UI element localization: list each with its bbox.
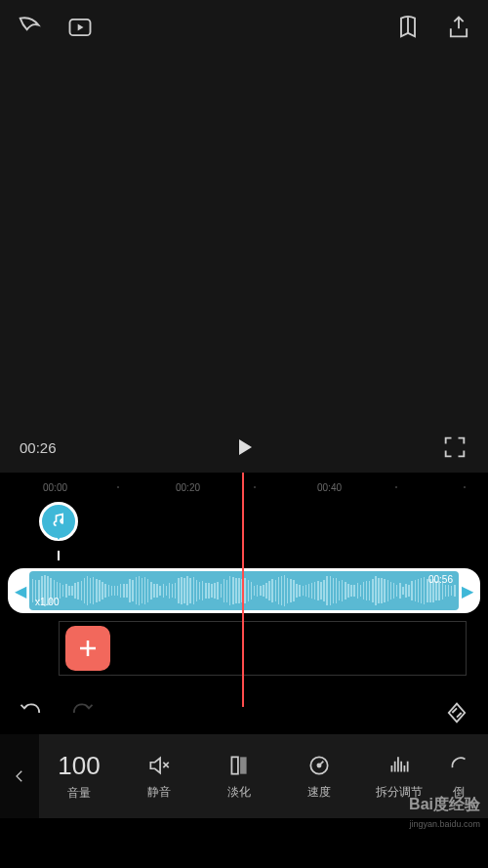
- undo-icon[interactable]: [18, 699, 45, 726]
- tool-volume[interactable]: 100 音量: [39, 734, 119, 818]
- keyframe-icon[interactable]: [443, 699, 470, 726]
- tool-speed[interactable]: 速度: [279, 734, 359, 818]
- empty-track[interactable]: [59, 621, 467, 676]
- playhead[interactable]: [242, 473, 244, 707]
- tool-mute[interactable]: 静音: [119, 734, 199, 818]
- logo-icon[interactable]: [16, 14, 43, 41]
- audio-clip[interactable]: ◀ 00:56 x1.00 ▶: [8, 568, 480, 613]
- tutorial-icon[interactable]: [394, 14, 422, 41]
- fullscreen-icon[interactable]: [441, 434, 468, 461]
- clip-handle-left[interactable]: ◀: [16, 581, 25, 600]
- tool-fade[interactable]: 淡化: [199, 734, 279, 818]
- bottom-toolbar: 100 音量 静音 淡化 速度 拆分调节 倒: [0, 734, 488, 818]
- export-icon[interactable]: [445, 14, 472, 41]
- svg-rect-2: [240, 757, 247, 773]
- ruler-mark: 00:20: [176, 482, 200, 493]
- clip-handle-right[interactable]: ▶: [463, 581, 472, 600]
- clip-speed: x1.00: [35, 597, 59, 607]
- redo-icon: [68, 699, 96, 726]
- watermark-url: jingyan.baidu.com: [409, 819, 480, 829]
- volume-value: 100: [58, 752, 100, 779]
- marker-line: [58, 551, 60, 560]
- history-row: [0, 691, 488, 734]
- ruler-mark: 00:40: [317, 482, 342, 493]
- svg-rect-1: [231, 757, 238, 773]
- top-toolbar: [0, 0, 488, 55]
- back-button[interactable]: [0, 734, 39, 818]
- split-icon: [386, 753, 412, 778]
- music-marker[interactable]: [39, 502, 78, 541]
- speed-icon: [306, 753, 332, 778]
- tool-split-adjust[interactable]: 拆分调节: [359, 734, 439, 818]
- timeline[interactable]: 00:00 00:20 00:40 ◀ 00:56 x1.00 ▶: [0, 473, 488, 734]
- tool-reverse[interactable]: 倒: [439, 734, 478, 818]
- media-icon[interactable]: [66, 14, 94, 41]
- reverse-icon: [446, 753, 471, 778]
- fade-icon: [226, 753, 252, 778]
- waveform[interactable]: 00:56 x1.00: [29, 571, 459, 610]
- add-track-button[interactable]: [65, 626, 110, 671]
- clip-duration: 00:56: [428, 574, 453, 585]
- ruler-mark: 00:00: [43, 482, 67, 493]
- time-ruler[interactable]: 00:00 00:20 00:40: [0, 480, 488, 500]
- svg-point-4: [317, 764, 320, 766]
- video-preview: 00:26: [0, 55, 488, 473]
- current-time-label: 00:26: [20, 439, 57, 456]
- play-button[interactable]: [230, 434, 258, 461]
- mute-icon: [146, 753, 172, 778]
